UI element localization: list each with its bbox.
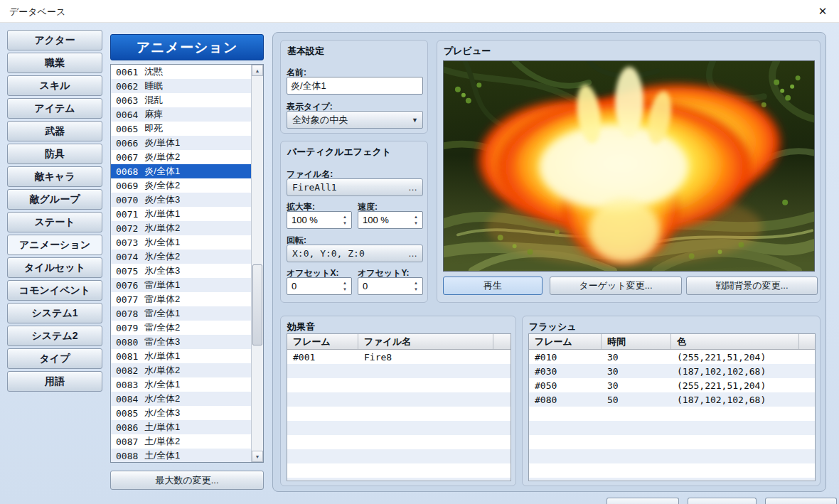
list-item[interactable]: 0069炎/全体2 [111,178,251,193]
spin-up-icon[interactable]: ▲ [414,215,418,219]
sidebar-item-class[interactable]: 職業 [7,53,102,73]
table-header: フレーム 時間 色 [529,334,815,350]
scroll-up-icon[interactable]: ▲ [252,65,263,76]
spin-down-icon[interactable]: ▼ [343,221,347,225]
list-item[interactable]: 0079雷/全体2 [111,321,251,335]
bottom-cutoff-button[interactable] [688,498,757,504]
sidebar-item-armor[interactable]: 防具 [7,144,102,164]
list-item[interactable]: 0064麻痺 [111,107,251,122]
cell-color: (187,102,102,68) [671,364,799,378]
sidebar-item-enemy[interactable]: 敵キャラ [7,166,102,187]
spin-down-icon[interactable]: ▼ [414,221,418,225]
scroll-down-icon[interactable]: ▼ [252,451,263,462]
sidebar-item-common-event[interactable]: コモンイベント [7,280,102,301]
list-item[interactable]: 0066炎/単体1 [111,136,251,150]
list-item[interactable]: 0073氷/全体1 [111,235,251,250]
sidebar-item-state[interactable]: ステート [7,212,102,232]
animation-editor-panel: 基本設定 名前: 表示タイプ: 全対象の中央 ▼ パーティクルエフェクト ファイ… [272,32,826,492]
flash-group: フラッシュ フレーム 時間 色 #010 30 (255,221,51,204)… [522,316,821,486]
list-item[interactable]: 0065即死 [111,122,251,136]
spin-down-icon[interactable]: ▼ [414,287,418,291]
offset-y-stepper[interactable]: ▲▼ [358,277,423,295]
table-row[interactable]: #010 30 (255,221,51,204) [529,350,815,364]
sidebar-item-system1[interactable]: システム1 [7,303,102,323]
table-row[interactable]: #030 30 (187,102,102,68) [529,364,815,378]
animation-list-items: 0061沈黙 0062睡眠 0063混乱 0064麻痺 0065即死 0066炎… [111,65,251,462]
bottom-cutoff-button[interactable] [765,498,837,504]
list-item[interactable]: 0084水/全体2 [111,392,251,406]
cell-color: (255,221,51,204) [671,350,799,364]
sidebar-item-animation[interactable]: アニメーション [7,235,102,255]
list-item[interactable]: 0062睡眠 [111,79,251,93]
table-row[interactable]: #001 Fire8 [287,350,511,364]
sidebar-item-actor[interactable]: アクター [7,30,102,50]
scale-stepper[interactable]: ▲▼ [287,211,352,229]
bottom-cutoff-button[interactable] [606,498,679,504]
list-item[interactable]: 0071氷/単体1 [111,207,251,221]
sidebar-item-terms[interactable]: 用語 [7,371,102,392]
particle-file-button[interactable]: FireAll1 … [287,178,423,196]
spin-up-icon[interactable]: ▲ [343,215,347,219]
table-row[interactable]: #080 50 (187,102,102,68) [529,392,815,407]
list-item[interactable]: 0086土/単体1 [111,420,251,434]
list-item[interactable]: 0085水/全体3 [111,406,251,420]
offset-x-stepper[interactable]: ▲▼ [287,277,352,295]
chevron-down-icon: ▼ [412,117,418,124]
change-maximum-button[interactable]: 最大数の変更... [110,471,264,490]
list-item[interactable]: 0072氷/単体2 [111,221,251,235]
list-item[interactable]: 0061沈黙 [111,65,251,79]
sidebar-item-type[interactable]: タイプ [7,348,102,369]
sidebar-item-item[interactable]: アイテム [7,98,102,119]
spin-down-icon[interactable]: ▼ [343,287,347,291]
play-button[interactable]: 再生 [443,277,543,295]
list-item[interactable]: 0081水/単体1 [111,349,251,363]
spin-up-icon[interactable]: ▲ [343,281,347,285]
sidebar-item-tileset[interactable]: タイルセット [7,257,102,278]
list-item[interactable]: 0078雷/全体1 [111,306,251,321]
particle-effect-group: パーティクルエフェクト ファイル名: FireAll1 … 拡大率: 速度: ▲… [280,141,428,303]
sidebar-item-weapon[interactable]: 武器 [7,121,102,141]
flash-title: フラッシュ [529,321,577,333]
scrollbar-thumb[interactable] [252,264,262,345]
list-item[interactable]: 0082水/単体2 [111,363,251,377]
table-header: フレーム ファイル名 [287,334,511,350]
list-item[interactable]: 0074氷/全体2 [111,250,251,264]
table-body: #001 Fire8 [287,350,511,481]
change-target-button[interactable]: ターゲット変更... [550,277,682,295]
column-header-frame: フレーム [529,334,602,349]
list-item[interactable]: 0063混乱 [111,93,251,107]
list-item-selected[interactable]: 0068炎/全体1 [111,164,251,178]
table-row[interactable]: #050 30 (255,221,51,204) [529,378,815,392]
name-input[interactable] [287,77,423,95]
rotation-value: X:0, Y:0, Z:0 [292,248,365,259]
sidebar-item-troop[interactable]: 敵グループ [7,189,102,210]
sidebar-item-skill[interactable]: スキル [7,75,102,96]
change-battleback-button[interactable]: 戦闘背景の変更... [686,277,818,295]
cell-frame: #050 [529,378,602,392]
list-item[interactable]: 0075氷/全体3 [111,264,251,278]
list-item[interactable]: 0076雷/単体1 [111,278,251,292]
cell-time: 30 [602,378,671,392]
list-item[interactable]: 0087土/単体2 [111,434,251,449]
column-header-spacer [493,334,511,349]
preview-group: プレビュー [437,40,821,303]
list-item[interactable]: 0080雷/全体3 [111,335,251,349]
display-type-select[interactable]: 全対象の中央 ▼ [287,111,423,129]
list-item[interactable]: 0067炎/単体2 [111,150,251,164]
close-icon[interactable]: ✕ [811,2,835,21]
list-item[interactable]: 0077雷/単体2 [111,292,251,306]
list-item[interactable]: 0088土/全体1 [111,449,251,463]
sidebar-item-system2[interactable]: システム2 [7,326,102,346]
rotation-button[interactable]: X:0, Y:0, Z:0 … [287,245,423,262]
list-scrollbar[interactable]: ▲ ▼ [251,65,263,462]
table-body: #010 30 (255,221,51,204) #030 30 (187,10… [529,350,815,481]
title-bar: データベース ✕ [0,0,839,23]
particle-effect-title: パーティクルエフェクト [287,146,391,159]
speed-stepper[interactable]: ▲▼ [358,211,423,229]
column-header-time: 時間 [602,334,671,349]
spin-up-icon[interactable]: ▲ [414,281,418,285]
list-item[interactable]: 0083水/全体1 [111,377,251,392]
cell-color: (255,221,51,204) [671,378,799,392]
preview-title: プレビュー [444,45,491,58]
list-item[interactable]: 0070炎/全体3 [111,193,251,207]
